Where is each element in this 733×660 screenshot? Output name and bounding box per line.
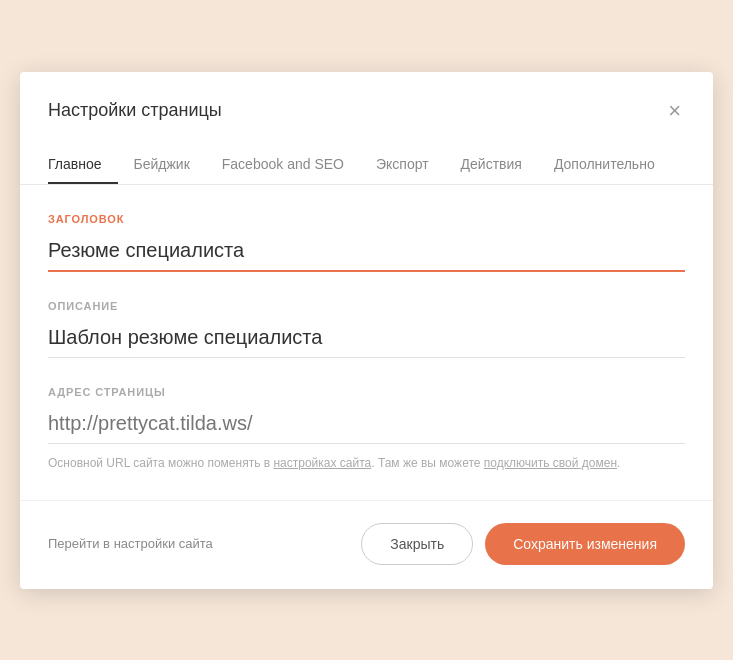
- tab-additional[interactable]: Дополнительно: [554, 146, 671, 184]
- tab-nav: Главное Бейджик Facebook and SEO Экспорт…: [20, 146, 713, 185]
- hint-link-domain[interactable]: подключить свой домен: [484, 456, 617, 470]
- dialog-body: ЗАГОЛОВОК ОПИСАНИЕ АДРЕС СТРАНИЦЫ Основн…: [20, 185, 713, 472]
- site-settings-link[interactable]: Перейти в настройки сайта: [48, 536, 213, 551]
- dialog-header: Настройки страницы ×: [20, 72, 713, 126]
- description-label: ОПИСАНИЕ: [48, 300, 685, 312]
- tab-facebook-seo[interactable]: Facebook and SEO: [222, 146, 360, 184]
- description-input[interactable]: [48, 320, 685, 358]
- dialog-footer: Перейти в настройки сайта Закрыть Сохран…: [20, 500, 713, 589]
- heading-field-group: ЗАГОЛОВОК: [48, 213, 685, 272]
- address-input[interactable]: [48, 406, 685, 444]
- heading-label: ЗАГОЛОВОК: [48, 213, 685, 225]
- close-button[interactable]: Закрыть: [361, 523, 473, 565]
- tab-actions[interactable]: Действия: [461, 146, 538, 184]
- save-button[interactable]: Сохранить изменения: [485, 523, 685, 565]
- close-icon-button[interactable]: ×: [664, 96, 685, 126]
- address-label: АДРЕС СТРАНИЦЫ: [48, 386, 685, 398]
- dialog-title: Настройки страницы: [48, 100, 222, 121]
- close-icon: ×: [668, 100, 681, 122]
- tab-badge[interactable]: Бейджик: [134, 146, 206, 184]
- description-field-group: ОПИСАНИЕ: [48, 300, 685, 358]
- hint-text-after: .: [617, 456, 620, 470]
- address-hint: Основной URL сайта можно поменять в наст…: [48, 454, 685, 472]
- tab-main[interactable]: Главное: [48, 146, 118, 184]
- footer-buttons: Закрыть Сохранить изменения: [361, 523, 685, 565]
- hint-text-before: Основной URL сайта можно поменять в: [48, 456, 273, 470]
- hint-text-middle: . Там же вы можете: [371, 456, 484, 470]
- heading-input[interactable]: [48, 233, 685, 272]
- settings-dialog: Настройки страницы × Главное Бейджик Fac…: [20, 72, 713, 589]
- address-field-group: АДРЕС СТРАНИЦЫ Основной URL сайта можно …: [48, 386, 685, 472]
- hint-link-site-settings[interactable]: настройках сайта: [273, 456, 371, 470]
- tab-export[interactable]: Экспорт: [376, 146, 445, 184]
